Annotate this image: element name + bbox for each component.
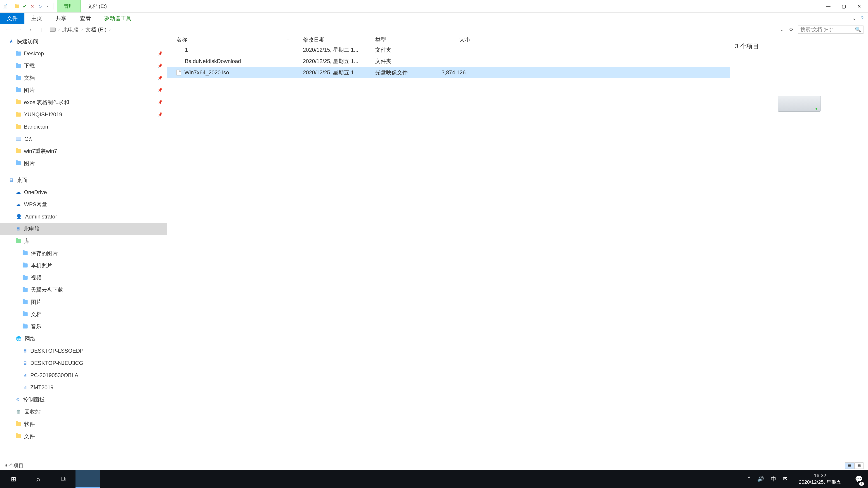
refresh-icon[interactable]: ⟳ <box>789 27 794 33</box>
tree-pc1[interactable]: 🖥DESKTOP-LSSOEDP <box>0 345 167 357</box>
view-details-button[interactable]: ☰ <box>845 462 854 469</box>
clock-time: 16:32 <box>799 473 841 479</box>
tree-libraries[interactable]: 库 <box>0 235 167 247</box>
taskbar-clock[interactable]: 16:32 2020/12/25, 星期五 <box>794 473 846 485</box>
folder-icon <box>23 312 28 316</box>
address-dropdown-icon[interactable]: ⌄ <box>780 27 783 32</box>
tab-drive-tools[interactable]: 驱动器工具 <box>98 13 138 24</box>
tree-label: WPS网盘 <box>24 201 47 208</box>
monitor-icon: 🖥 <box>9 177 13 183</box>
forward-button[interactable]: → <box>16 26 23 33</box>
pc-icon: 🖥 <box>23 385 27 390</box>
col-date-header[interactable]: 修改日期 <box>301 36 373 43</box>
task-view-button[interactable]: ⧉ <box>51 470 75 488</box>
mail-icon[interactable]: ✉ <box>783 476 787 482</box>
tree-bandicam[interactable]: Bandicam <box>0 121 167 133</box>
navigation-tree[interactable]: ★快速访问 Desktop📌 下载📌 文档📌 图片📌 excel表格制作求和📌 … <box>0 35 167 461</box>
tree-pictures3[interactable]: 图片 <box>0 296 167 308</box>
ime-indicator[interactable]: 中 <box>771 475 776 483</box>
tree-control-panel[interactable]: ⚙控制面板 <box>0 394 167 406</box>
tree-desktop-group[interactable]: 🖥桌面 <box>0 174 167 186</box>
tree-label: DESKTOP-LSSOEDP <box>30 348 84 354</box>
tree-excel-folder[interactable]: excel表格制作求和📌 <box>0 96 167 108</box>
pin-icon: 📌 <box>158 63 162 68</box>
crumb-this-pc[interactable]: 此电脑 <box>62 26 79 33</box>
tab-file[interactable]: 文件 <box>0 13 24 24</box>
contextual-tab-header[interactable]: 管理 <box>57 0 81 12</box>
tree-software[interactable]: 软件 <box>0 418 167 430</box>
separator <box>54 3 54 9</box>
file-row[interactable]: Win7x64_2020.iso2020/12/25, 星期五 1...光盘映像… <box>167 67 730 78</box>
tree-label: excel表格制作求和 <box>24 99 69 106</box>
tree-music[interactable]: 音乐 <box>0 320 167 332</box>
tree-administrator[interactable]: 👤Administrator <box>0 210 167 223</box>
tree-files[interactable]: 文件 <box>0 430 167 442</box>
view-switcher: ☰ ▦ <box>845 462 864 469</box>
volume-icon[interactable]: 🔊 <box>757 476 764 482</box>
tree-pc3[interactable]: 🖥PC-20190530OBLA <box>0 369 167 381</box>
tree-downloads[interactable]: 下载📌 <box>0 60 167 72</box>
back-button[interactable]: ← <box>4 26 11 33</box>
tree-videos[interactable]: 视频 <box>0 271 167 284</box>
tree-documents2[interactable]: 文档 <box>0 308 167 320</box>
tab-view[interactable]: 查看 <box>73 13 98 24</box>
redo-icon[interactable]: ↻ <box>37 4 43 9</box>
tree-pc4[interactable]: 🖥ZMT2019 <box>0 381 167 394</box>
col-size-header[interactable]: 大小 <box>436 36 472 43</box>
tree-label: 文件 <box>24 433 35 440</box>
recent-dropdown[interactable]: ▾ <box>27 27 34 32</box>
tree-pc2[interactable]: 🖥DESKTOP-NJEU3CG <box>0 357 167 369</box>
file-size: 3,874,126... <box>436 69 472 76</box>
tree-recycle-bin[interactable]: 🗑回收站 <box>0 406 167 418</box>
help-icon[interactable]: ? <box>861 15 864 21</box>
tree-saved-pictures[interactable]: 保存的图片 <box>0 247 167 259</box>
tree-tianyi[interactable]: 天翼云盘下载 <box>0 284 167 296</box>
col-name-header[interactable]: 名称 ⌃ <box>167 36 301 43</box>
folder-icon[interactable] <box>14 4 20 9</box>
tray-chevron-up-icon[interactable]: ˄ <box>748 476 750 482</box>
maximize-button[interactable]: ▢ <box>842 4 846 9</box>
tab-home[interactable]: 主页 <box>24 13 49 24</box>
view-icons-button[interactable]: ▦ <box>855 462 864 469</box>
tree-win7-reinstall[interactable]: win7重装win7 <box>0 145 167 157</box>
tab-share[interactable]: 共享 <box>49 13 73 24</box>
file-date: 2020/12/15, 星期二 1... <box>301 46 373 54</box>
tree-documents[interactable]: 文档📌 <box>0 72 167 84</box>
minimize-button[interactable]: — <box>826 4 831 9</box>
tree-yunqishi[interactable]: YUNQISHI2019📌 <box>0 108 167 121</box>
control-panel-icon: ⚙ <box>16 397 20 402</box>
tree-onedrive[interactable]: ☁OneDrive <box>0 186 167 198</box>
tree-wps-cloud[interactable]: ☁WPS网盘 <box>0 198 167 210</box>
tree-g-drive[interactable]: G:\ <box>0 133 167 145</box>
search-button[interactable]: ⌕ <box>26 470 51 488</box>
tree-camera-roll[interactable]: 本机照片 <box>0 259 167 271</box>
pc-icon: 🖥 <box>23 348 27 354</box>
close-button[interactable]: ✕ <box>857 4 861 9</box>
tree-label: Desktop <box>24 51 44 57</box>
folder-icon <box>23 275 28 280</box>
file-rows[interactable]: 12020/12/15, 星期二 1...文件夹BaiduNetdiskDown… <box>167 44 730 461</box>
tree-pictures2[interactable]: 图片 <box>0 157 167 169</box>
file-row[interactable]: BaiduNetdiskDownload2020/12/25, 星期五 1...… <box>167 56 730 67</box>
tree-desktop[interactable]: Desktop📌 <box>0 47 167 60</box>
qat-dropdown-icon[interactable]: ▾ <box>45 4 51 9</box>
close-quick-icon[interactable]: ✕ <box>30 4 35 9</box>
chevron-down-icon[interactable]: ⌄ <box>852 15 856 21</box>
file-row[interactable]: 12020/12/15, 星期二 1...文件夹 <box>167 44 730 56</box>
tree-quick-access[interactable]: ★快速访问 <box>0 35 167 47</box>
check-icon[interactable]: ✔ <box>22 4 27 9</box>
explorer-taskbar-button[interactable] <box>75 470 100 488</box>
search-input[interactable]: 搜索"文档 (E:)" 🔍 <box>798 26 864 34</box>
start-button[interactable]: ⊞ <box>1 470 26 488</box>
breadcrumb[interactable]: › 此电脑 › 文档 (E:) › <box>50 26 776 33</box>
col-type-header[interactable]: 类型 <box>373 36 436 43</box>
up-button[interactable]: ↑ <box>38 26 45 33</box>
crumb-current[interactable]: 文档 (E:) <box>86 26 106 33</box>
tree-this-pc[interactable]: 🖥此电脑 <box>0 223 167 235</box>
tree-network[interactable]: 🌐网络 <box>0 332 167 345</box>
separator <box>11 3 11 9</box>
pin-icon: 📌 <box>158 51 162 56</box>
action-center-button[interactable]: 💬3 <box>852 470 865 488</box>
network-icon: 🌐 <box>16 336 22 341</box>
tree-pictures[interactable]: 图片📌 <box>0 84 167 96</box>
